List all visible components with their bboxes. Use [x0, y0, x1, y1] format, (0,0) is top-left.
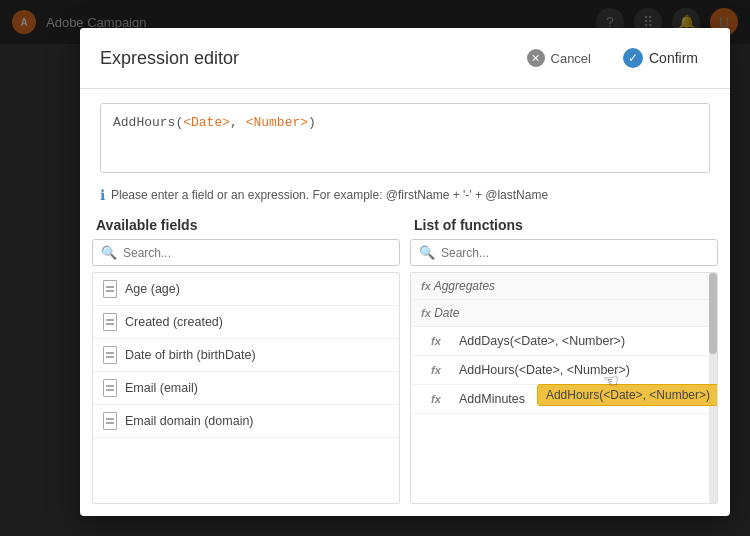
fx-badge: fx [421, 307, 431, 319]
info-text: Please enter a field or an expression. F… [111, 188, 548, 202]
list-item[interactable]: Email (email) [93, 372, 399, 405]
fn-item-adddays[interactable]: fx AddDays(<Date>, <Number>) [411, 327, 709, 356]
category-date: fx Date [411, 300, 709, 327]
list-item[interactable]: Age (age) [93, 273, 399, 306]
field-icon [103, 412, 117, 430]
list-item[interactable]: Email domain (domain) [93, 405, 399, 438]
expr-param-number: <Number> [246, 115, 308, 130]
functions-scrollbar-track [709, 273, 717, 503]
info-message: ℹ Please enter a field or an expression.… [80, 181, 730, 209]
functions-scrollbar-thumb[interactable] [709, 273, 717, 354]
confirm-button[interactable]: ✓ Confirm [611, 42, 710, 74]
fn-label: AddDays(<Date>, <Number>) [459, 334, 625, 348]
fx-badge: fx [421, 280, 431, 292]
available-fields-search-input[interactable] [123, 246, 391, 260]
search-icon-left: 🔍 [101, 245, 117, 260]
cancel-button[interactable]: ✕ Cancel [515, 43, 603, 73]
category-label: Aggregates [434, 279, 495, 293]
expression-text: AddHours(<Date>, <Number>) [113, 115, 316, 130]
field-label: Age (age) [125, 282, 180, 296]
info-icon: ℹ [100, 187, 105, 203]
field-icon [103, 379, 117, 397]
list-item[interactable]: Created (created) [93, 306, 399, 339]
modal-header: Expression editor ✕ Cancel ✓ Confirm [80, 28, 730, 89]
expr-param-date: <Date> [183, 115, 230, 130]
category-label: Date [434, 306, 459, 320]
available-fields-scroll[interactable]: Age (age) Created (created) Date of birt… [93, 273, 399, 503]
functions-scroll[interactable]: fx Aggregates fx Date fx AddDays(<Date>,… [411, 273, 717, 503]
list-of-functions-column: List of functions 🔍 fx Aggregates fx Dat… [410, 209, 718, 504]
available-fields-search-box[interactable]: 🔍 [92, 239, 400, 266]
available-fields-list: Age (age) Created (created) Date of birt… [92, 272, 400, 504]
functions-list: fx Aggregates fx Date fx AddDays(<Date>,… [410, 272, 718, 504]
list-item[interactable]: Date of birth (birthDate) [93, 339, 399, 372]
field-icon [103, 280, 117, 298]
expression-editor-area[interactable]: AddHours(<Date>, <Number>) [100, 103, 710, 173]
functions-search-box[interactable]: 🔍 [410, 239, 718, 266]
field-label: Email domain (domain) [125, 414, 254, 428]
field-icon [103, 313, 117, 331]
fn-label: AddMinutes [459, 392, 525, 406]
available-fields-column: Available fields 🔍 Age (age) Created (cr… [92, 209, 400, 504]
cancel-label: Cancel [551, 51, 591, 66]
field-label: Created (created) [125, 315, 223, 329]
confirm-icon: ✓ [623, 48, 643, 68]
expr-comma: , [230, 115, 246, 130]
confirm-label: Confirm [649, 50, 698, 66]
field-label: Date of birth (birthDate) [125, 348, 256, 362]
expr-close-paren: ) [308, 115, 316, 130]
search-icon-right: 🔍 [419, 245, 435, 260]
list-of-functions-title: List of functions [410, 209, 718, 239]
fn-label: AddHours(<Date>, <Number>) [459, 363, 630, 377]
cancel-icon: ✕ [527, 49, 545, 67]
fx-badge: fx [431, 393, 451, 405]
modal-title: Expression editor [100, 48, 515, 69]
field-label: Email (email) [125, 381, 198, 395]
category-aggregates: fx Aggregates [411, 273, 709, 300]
functions-search-input[interactable] [441, 246, 709, 260]
field-icon [103, 346, 117, 364]
fx-badge: fx [431, 335, 451, 347]
expr-function-name: AddHours( [113, 115, 183, 130]
expression-editor-modal: Expression editor ✕ Cancel ✓ Confirm Add… [80, 28, 730, 516]
two-column-area: Available fields 🔍 Age (age) Created (cr… [80, 209, 730, 516]
fn-item-addhours[interactable]: fx AddHours(<Date>, <Number>) ☞ AddHours… [411, 356, 709, 385]
fx-badge: fx [431, 364, 451, 376]
available-fields-title: Available fields [92, 209, 400, 239]
fn-item-addminutes[interactable]: fx AddMinutes [411, 385, 709, 414]
